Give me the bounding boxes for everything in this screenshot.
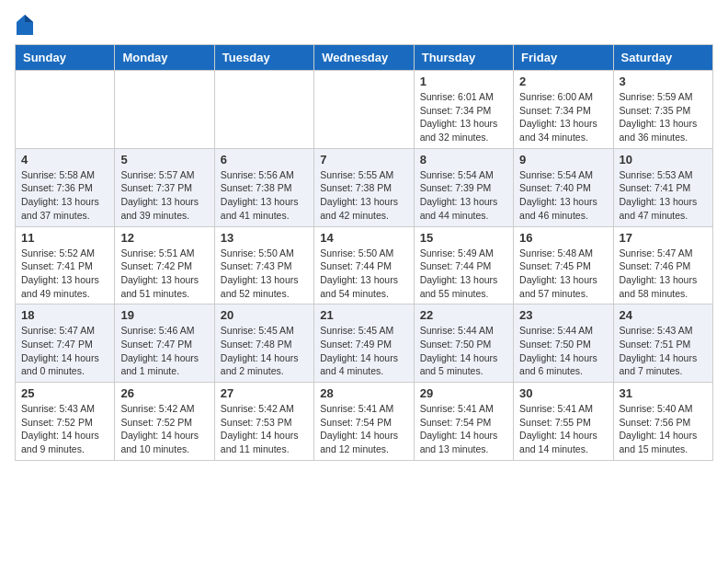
- cell-week4-day0: 18Sunrise: 5:47 AM Sunset: 7:47 PM Dayli…: [16, 304, 115, 383]
- day-number: 24: [620, 308, 707, 322]
- day-number: 15: [420, 231, 507, 245]
- header-wednesday: Wednesday: [314, 45, 414, 71]
- day-info: Sunrise: 5:47 AM Sunset: 7:46 PM Dayligh…: [620, 247, 707, 301]
- day-info: Sunrise: 5:51 AM Sunset: 7:42 PM Dayligh…: [120, 247, 208, 301]
- day-info: Sunrise: 5:45 AM Sunset: 7:48 PM Dayligh…: [221, 324, 308, 378]
- day-number: 11: [21, 231, 108, 245]
- day-number: 3: [620, 75, 707, 88]
- day-info: Sunrise: 5:55 AM Sunset: 7:38 PM Dayligh…: [320, 168, 407, 223]
- day-info: Sunrise: 5:45 AM Sunset: 7:49 PM Dayligh…: [320, 324, 407, 378]
- cell-week3-day3: 14Sunrise: 5:50 AM Sunset: 7:44 PM Dayli…: [314, 226, 414, 304]
- day-number: 13: [221, 231, 308, 245]
- day-number: 20: [221, 308, 308, 322]
- day-info: Sunrise: 5:41 AM Sunset: 7:55 PM Dayligh…: [519, 402, 607, 456]
- day-number: 29: [420, 386, 507, 400]
- cell-week4-day3: 21Sunrise: 5:45 AM Sunset: 7:49 PM Dayli…: [314, 304, 414, 383]
- cell-week1-day0: [16, 71, 115, 149]
- day-info: Sunrise: 5:40 AM Sunset: 7:56 PM Dayligh…: [620, 402, 707, 456]
- cell-week2-day1: 5Sunrise: 5:57 AM Sunset: 7:37 PM Daylig…: [115, 148, 214, 226]
- cell-week5-day2: 27Sunrise: 5:42 AM Sunset: 7:53 PM Dayli…: [214, 383, 313, 461]
- cell-week4-day2: 20Sunrise: 5:45 AM Sunset: 7:48 PM Dayli…: [214, 304, 313, 383]
- day-number: 9: [519, 153, 607, 167]
- header-thursday: Thursday: [414, 45, 513, 71]
- logo-icon: [17, 15, 33, 35]
- day-info: Sunrise: 5:46 AM Sunset: 7:47 PM Dayligh…: [120, 324, 208, 378]
- day-number: 23: [519, 308, 607, 322]
- cell-week2-day3: 7Sunrise: 5:55 AM Sunset: 7:38 PM Daylig…: [314, 148, 414, 226]
- day-number: 12: [120, 231, 208, 245]
- cell-week3-day6: 17Sunrise: 5:47 AM Sunset: 7:46 PM Dayli…: [613, 226, 712, 304]
- day-info: Sunrise: 6:01 AM Sunset: 7:34 PM Dayligh…: [420, 90, 507, 144]
- cell-week2-day2: 6Sunrise: 5:56 AM Sunset: 7:38 PM Daylig…: [214, 148, 313, 226]
- cell-week4-day4: 22Sunrise: 5:44 AM Sunset: 7:50 PM Dayli…: [414, 304, 513, 383]
- header-sunday: Sunday: [16, 45, 115, 71]
- cell-week3-day5: 16Sunrise: 5:48 AM Sunset: 7:45 PM Dayli…: [514, 226, 613, 304]
- day-info: Sunrise: 5:43 AM Sunset: 7:52 PM Dayligh…: [21, 402, 108, 456]
- cell-week2-day4: 8Sunrise: 5:54 AM Sunset: 7:39 PM Daylig…: [414, 148, 513, 226]
- day-number: 31: [620, 386, 707, 400]
- day-number: 25: [21, 386, 108, 400]
- cell-week3-day2: 13Sunrise: 5:50 AM Sunset: 7:43 PM Dayli…: [214, 226, 313, 304]
- day-info: Sunrise: 5:58 AM Sunset: 7:36 PM Dayligh…: [21, 168, 108, 223]
- day-info: Sunrise: 5:42 AM Sunset: 7:53 PM Dayligh…: [221, 402, 308, 456]
- day-number: 28: [320, 386, 407, 400]
- header-tuesday: Tuesday: [214, 45, 313, 71]
- day-number: 16: [519, 231, 607, 245]
- day-info: Sunrise: 5:52 AM Sunset: 7:41 PM Dayligh…: [21, 247, 108, 301]
- calendar-table: SundayMondayTuesdayWednesdayThursdayFrid…: [15, 44, 713, 461]
- cell-week4-day6: 24Sunrise: 5:43 AM Sunset: 7:51 PM Dayli…: [613, 304, 712, 383]
- day-info: Sunrise: 6:00 AM Sunset: 7:34 PM Dayligh…: [519, 90, 607, 144]
- cell-week1-day3: [314, 71, 414, 149]
- svg-marker-1: [25, 15, 33, 22]
- day-number: 10: [620, 153, 707, 167]
- day-info: Sunrise: 5:54 AM Sunset: 7:40 PM Dayligh…: [519, 168, 607, 223]
- cell-week3-day4: 15Sunrise: 5:49 AM Sunset: 7:44 PM Dayli…: [414, 226, 513, 304]
- day-number: 5: [120, 153, 208, 167]
- cell-week4-day1: 19Sunrise: 5:46 AM Sunset: 7:47 PM Dayli…: [115, 304, 214, 383]
- day-number: 18: [21, 308, 108, 322]
- day-info: Sunrise: 5:47 AM Sunset: 7:47 PM Dayligh…: [21, 324, 108, 378]
- cell-week1-day5: 2Sunrise: 6:00 AM Sunset: 7:34 PM Daylig…: [514, 71, 613, 149]
- cell-week1-day4: 1Sunrise: 6:01 AM Sunset: 7:34 PM Daylig…: [414, 71, 513, 149]
- day-info: Sunrise: 5:44 AM Sunset: 7:50 PM Dayligh…: [420, 324, 507, 378]
- day-number: 2: [519, 75, 607, 88]
- cell-week5-day4: 29Sunrise: 5:41 AM Sunset: 7:54 PM Dayli…: [414, 383, 513, 461]
- cell-week5-day5: 30Sunrise: 5:41 AM Sunset: 7:55 PM Dayli…: [514, 383, 613, 461]
- day-info: Sunrise: 5:59 AM Sunset: 7:35 PM Dayligh…: [620, 90, 707, 144]
- day-number: 27: [221, 386, 308, 400]
- day-number: 14: [320, 231, 407, 245]
- logo: [15, 15, 33, 35]
- cell-week5-day3: 28Sunrise: 5:41 AM Sunset: 7:54 PM Dayli…: [314, 383, 414, 461]
- header-saturday: Saturday: [613, 45, 712, 71]
- day-info: Sunrise: 5:48 AM Sunset: 7:45 PM Dayligh…: [519, 247, 607, 301]
- day-number: 4: [21, 153, 108, 167]
- day-number: 8: [420, 153, 507, 167]
- cell-week2-day5: 9Sunrise: 5:54 AM Sunset: 7:40 PM Daylig…: [514, 148, 613, 226]
- day-info: Sunrise: 5:57 AM Sunset: 7:37 PM Dayligh…: [120, 168, 208, 223]
- day-number: 1: [420, 75, 507, 88]
- cell-week3-day0: 11Sunrise: 5:52 AM Sunset: 7:41 PM Dayli…: [16, 226, 115, 304]
- day-number: 21: [320, 308, 407, 322]
- day-number: 7: [320, 153, 407, 167]
- day-info: Sunrise: 5:41 AM Sunset: 7:54 PM Dayligh…: [320, 402, 407, 456]
- day-info: Sunrise: 5:50 AM Sunset: 7:43 PM Dayligh…: [221, 247, 308, 301]
- cell-week4-day5: 23Sunrise: 5:44 AM Sunset: 7:50 PM Dayli…: [514, 304, 613, 383]
- day-number: 17: [620, 231, 707, 245]
- day-number: 19: [120, 308, 208, 322]
- cell-week1-day2: [214, 71, 313, 149]
- cell-week3-day1: 12Sunrise: 5:51 AM Sunset: 7:42 PM Dayli…: [115, 226, 214, 304]
- header-monday: Monday: [115, 45, 214, 71]
- day-info: Sunrise: 5:42 AM Sunset: 7:52 PM Dayligh…: [120, 402, 208, 456]
- cell-week1-day6: 3Sunrise: 5:59 AM Sunset: 7:35 PM Daylig…: [613, 71, 712, 149]
- day-info: Sunrise: 5:44 AM Sunset: 7:50 PM Dayligh…: [519, 324, 607, 378]
- day-info: Sunrise: 5:43 AM Sunset: 7:51 PM Dayligh…: [620, 324, 707, 378]
- day-number: 30: [519, 386, 607, 400]
- cell-week2-day6: 10Sunrise: 5:53 AM Sunset: 7:41 PM Dayli…: [613, 148, 712, 226]
- page-header: [15, 15, 713, 35]
- day-info: Sunrise: 5:56 AM Sunset: 7:38 PM Dayligh…: [221, 168, 308, 223]
- day-info: Sunrise: 5:41 AM Sunset: 7:54 PM Dayligh…: [420, 402, 507, 456]
- day-number: 26: [120, 386, 208, 400]
- day-info: Sunrise: 5:54 AM Sunset: 7:39 PM Dayligh…: [420, 168, 507, 223]
- day-info: Sunrise: 5:53 AM Sunset: 7:41 PM Dayligh…: [620, 168, 707, 223]
- day-number: 6: [221, 153, 308, 167]
